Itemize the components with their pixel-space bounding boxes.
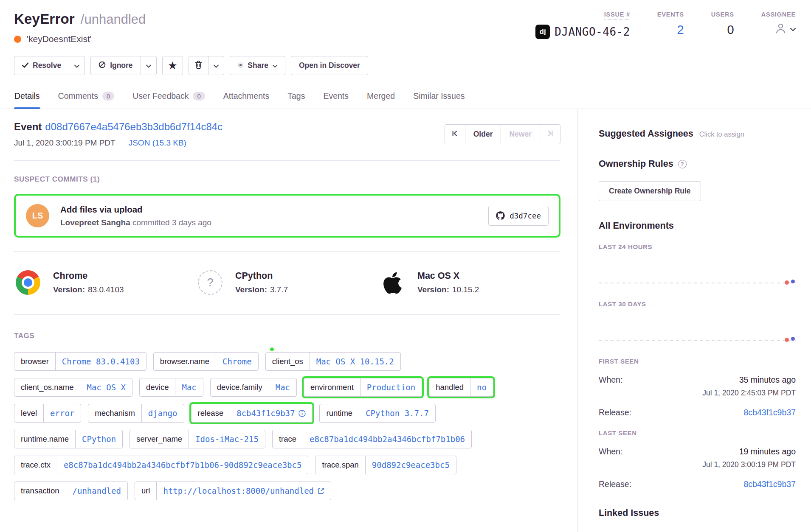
tag-pill[interactable]: mechanism django	[88, 404, 184, 423]
tab-comments[interactable]: Comments0	[58, 88, 115, 109]
create-ownership-rule-button[interactable]: Create Ownership Rule	[599, 181, 701, 201]
tag-value-link[interactable]: 8cb43f1c9b37	[230, 404, 312, 422]
tag-pill[interactable]: url http://localhost:8000/unhandled	[135, 482, 331, 500]
open-in-discover-label: Open in Discover	[299, 61, 360, 70]
tag-pill[interactable]: client_os Mac OS X 10.15.2	[265, 352, 401, 371]
first-seen-date: Jul 1, 2020 2:45:03 PM PDT	[599, 389, 796, 398]
tag-value-link[interactable]: Mac	[175, 378, 203, 396]
tag-value-link[interactable]: CPython 3.7.7	[359, 404, 435, 422]
issue-short-id[interactable]: dj DJANGO-46-2	[535, 25, 630, 39]
suspect-commits-heading: SUSPECT COMMITS (1)	[14, 175, 560, 184]
tag-pill[interactable]: release 8cb43f1c9b37	[191, 404, 313, 423]
tag-value-link[interactable]: no	[470, 378, 493, 396]
delete-button[interactable]	[189, 56, 208, 75]
newer-event-button[interactable]: Newer	[501, 124, 540, 144]
assignee-label: ASSIGNEE	[761, 11, 796, 18]
tag-pill[interactable]: browser Chrome 83.0.4103	[14, 352, 146, 371]
tab-user-feedback[interactable]: User Feedback0	[132, 88, 206, 109]
tag-value: Mac OS X	[87, 383, 126, 392]
oldest-event-button[interactable]	[445, 124, 465, 144]
assignee-selector[interactable]	[774, 22, 796, 36]
tag-pill[interactable]: trace.span 90d892c9eace3bc5	[315, 456, 456, 474]
open-in-discover-button[interactable]: Open in Discover	[291, 56, 368, 75]
tag-pill[interactable]: client_os.name Mac OS X	[14, 378, 132, 397]
tab-label: User Feedback	[132, 91, 189, 101]
sparkline-baseline	[599, 340, 796, 341]
bookmark-star-button[interactable]: ★	[162, 56, 183, 75]
issue-stats: ISSUE # dj DJANGO-46-2 EVENTS 2 USERS 0 …	[535, 11, 796, 44]
tag-value-link[interactable]: Idos-iMac-215	[189, 430, 265, 448]
newest-event-button[interactable]	[540, 124, 560, 144]
event-title-row: Eventd08d7667e4a5476eb3b3db6d7f14c84c	[14, 121, 222, 133]
event-header: Eventd08d7667e4a5476eb3b3db6d7f14c84c Ju…	[14, 109, 560, 161]
tag-value-link[interactable]: 90d892c9eace3bc5	[365, 456, 456, 474]
stat-users: USERS 0	[711, 11, 734, 44]
tab-similar-issues[interactable]: Similar Issues	[413, 88, 465, 109]
tag-pill[interactable]: transaction /unhandled	[14, 482, 128, 500]
events-count[interactable]: 2	[677, 23, 684, 37]
tag-pill[interactable]: environment Production	[304, 378, 422, 397]
tag-pill[interactable]: server_name Idos-iMac-215	[130, 430, 265, 448]
share-label: Share	[248, 61, 268, 70]
external-link-icon[interactable]	[318, 487, 324, 494]
older-event-button[interactable]: Older	[465, 124, 501, 144]
first-seen-release-link[interactable]: 8cb43f1c9b37	[743, 408, 796, 417]
event-label: Event	[14, 121, 42, 132]
tag-value-link[interactable]: Production	[360, 378, 422, 396]
tag-value-link[interactable]: e8c87ba1dc494bb2a4346bcfbf7b1b06-90d892c…	[57, 456, 308, 474]
tag-value-link[interactable]: django	[141, 404, 184, 422]
divider	[122, 139, 122, 147]
resolve-dropdown-button[interactable]	[69, 56, 85, 75]
share-button[interactable]: Share	[230, 56, 285, 75]
skip-to-last-icon	[547, 130, 553, 139]
commit-author-name: Lovepreet Sangha	[60, 218, 130, 227]
tag-value-link[interactable]: e8c87ba1dc494bb2a4346bcfbf7b1b06	[303, 430, 471, 448]
tab-tags[interactable]: Tags	[287, 88, 305, 109]
tag-pill[interactable]: browser.name Chrome	[153, 352, 259, 371]
resolve-button[interactable]: Resolve	[14, 56, 69, 75]
tab-attachments[interactable]: Attachments	[223, 88, 270, 109]
sparkline-dot-red	[785, 338, 789, 342]
tag-pill[interactable]: handled no	[429, 378, 493, 397]
tag-value-link[interactable]: error	[43, 404, 81, 422]
ignore-button[interactable]: Ignore	[90, 56, 141, 75]
tag-pill[interactable]: runtime CPython 3.7.7	[319, 404, 435, 423]
event-id-link[interactable]: d08d7667e4a5476eb3b3db6d7f14c84c	[45, 121, 222, 132]
tab-merged[interactable]: Merged	[366, 88, 395, 109]
tag-pill[interactable]: trace e8c87ba1dc494bb2a4346bcfbf7b1b06	[272, 430, 472, 448]
commit-meta: Lovepreet Sangha committed 3 days ago	[60, 218, 211, 227]
tag-value-link[interactable]: /unhandled	[66, 482, 127, 500]
tag-pill[interactable]: level error	[14, 404, 81, 423]
tag-key: trace	[273, 430, 303, 448]
tag-value-link[interactable]: Chrome 83.0.4103	[55, 353, 146, 370]
ignore-dropdown-button[interactable]	[141, 56, 157, 75]
tag-pill[interactable]: runtime.name CPython	[14, 430, 123, 448]
version-label: Version:	[417, 285, 449, 294]
tag-value-link[interactable]: Chrome	[216, 353, 258, 370]
delete-button-group	[189, 56, 224, 75]
delete-dropdown-button[interactable]	[208, 56, 224, 75]
tag-value-link[interactable]: http://localhost:8000/unhandled	[156, 482, 331, 500]
info-icon[interactable]	[298, 410, 306, 417]
tag-pill[interactable]: device Mac	[139, 378, 203, 397]
main-column: Eventd08d7667e4a5476eb3b3db6d7f14c84c Ju…	[0, 109, 577, 532]
release-label: Release:	[599, 479, 631, 489]
tab-details[interactable]: Details	[14, 88, 40, 109]
event-json-link[interactable]: JSON (15.3 KB)	[129, 138, 186, 148]
tag-value-link[interactable]: CPython	[75, 430, 122, 448]
sparkline-baseline	[599, 283, 796, 284]
when-label: When:	[599, 447, 622, 456]
chrome-icon	[14, 270, 42, 295]
tag-value-link[interactable]: Mac OS X 10.15.2	[310, 353, 400, 370]
sparkline-dot-blue	[791, 280, 795, 283]
tag-value-link[interactable]: Mac OS X	[80, 378, 132, 396]
help-icon[interactable]	[678, 160, 687, 168]
tab-events[interactable]: Events	[323, 88, 349, 109]
commit-sha-button[interactable]: d3d7cee	[488, 206, 549, 226]
apple-icon	[378, 271, 406, 295]
last-seen-release-link[interactable]: 8cb43f1c9b37	[743, 479, 796, 489]
tag-value: Mac	[182, 383, 196, 392]
tag-pill[interactable]: trace.ctx e8c87ba1dc494bb2a4346bcfbf7b1b…	[14, 456, 308, 474]
tag-value-link[interactable]: Mac	[269, 378, 296, 396]
tag-pill[interactable]: device.family Mac	[210, 378, 297, 397]
